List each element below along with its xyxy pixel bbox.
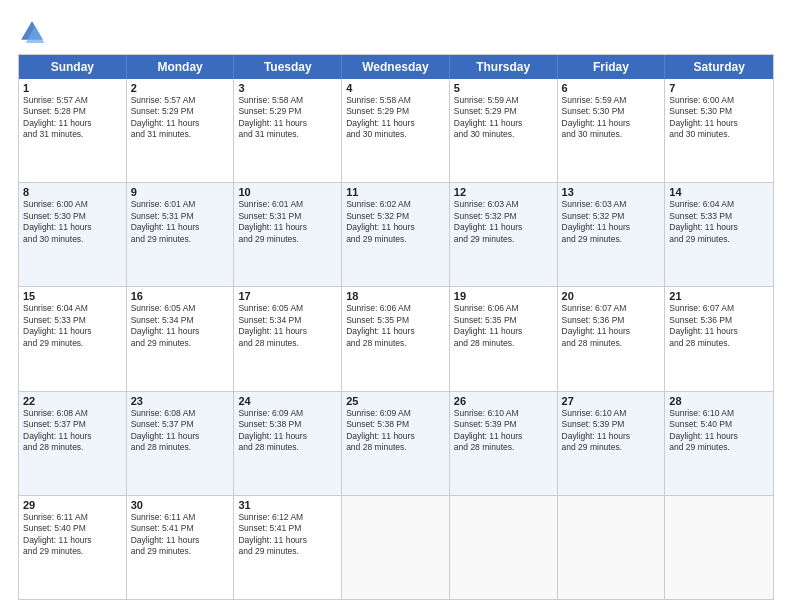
calendar-cell: 24Sunrise: 6:09 AM Sunset: 5:38 PM Dayli… xyxy=(234,392,342,495)
header-day-monday: Monday xyxy=(127,55,235,79)
day-info: Sunrise: 6:10 AM Sunset: 5:39 PM Dayligh… xyxy=(454,408,553,454)
calendar-cell: 12Sunrise: 6:03 AM Sunset: 5:32 PM Dayli… xyxy=(450,183,558,286)
calendar-cell: 3Sunrise: 5:58 AM Sunset: 5:29 PM Daylig… xyxy=(234,79,342,182)
day-number: 17 xyxy=(238,290,337,302)
day-number: 25 xyxy=(346,395,445,407)
day-number: 31 xyxy=(238,499,337,511)
day-number: 5 xyxy=(454,82,553,94)
day-number: 2 xyxy=(131,82,230,94)
day-number: 27 xyxy=(562,395,661,407)
day-number: 3 xyxy=(238,82,337,94)
calendar-cell: 10Sunrise: 6:01 AM Sunset: 5:31 PM Dayli… xyxy=(234,183,342,286)
day-number: 16 xyxy=(131,290,230,302)
calendar-cell: 2Sunrise: 5:57 AM Sunset: 5:29 PM Daylig… xyxy=(127,79,235,182)
logo xyxy=(18,18,50,46)
day-number: 29 xyxy=(23,499,122,511)
header-day-tuesday: Tuesday xyxy=(234,55,342,79)
day-info: Sunrise: 6:11 AM Sunset: 5:40 PM Dayligh… xyxy=(23,512,122,558)
header-day-sunday: Sunday xyxy=(19,55,127,79)
day-number: 11 xyxy=(346,186,445,198)
day-number: 28 xyxy=(669,395,769,407)
calendar-cell: 11Sunrise: 6:02 AM Sunset: 5:32 PM Dayli… xyxy=(342,183,450,286)
header xyxy=(18,18,774,46)
day-number: 23 xyxy=(131,395,230,407)
day-info: Sunrise: 6:00 AM Sunset: 5:30 PM Dayligh… xyxy=(669,95,769,141)
calendar-cell xyxy=(342,496,450,599)
calendar-cell: 21Sunrise: 6:07 AM Sunset: 5:36 PM Dayli… xyxy=(665,287,773,390)
day-info: Sunrise: 6:03 AM Sunset: 5:32 PM Dayligh… xyxy=(562,199,661,245)
day-info: Sunrise: 6:01 AM Sunset: 5:31 PM Dayligh… xyxy=(131,199,230,245)
day-number: 7 xyxy=(669,82,769,94)
calendar-cell: 26Sunrise: 6:10 AM Sunset: 5:39 PM Dayli… xyxy=(450,392,558,495)
calendar-cell: 31Sunrise: 6:12 AM Sunset: 5:41 PM Dayli… xyxy=(234,496,342,599)
calendar-cell xyxy=(450,496,558,599)
day-info: Sunrise: 6:04 AM Sunset: 5:33 PM Dayligh… xyxy=(669,199,769,245)
calendar-cell: 30Sunrise: 6:11 AM Sunset: 5:41 PM Dayli… xyxy=(127,496,235,599)
day-info: Sunrise: 6:05 AM Sunset: 5:34 PM Dayligh… xyxy=(238,303,337,349)
day-number: 10 xyxy=(238,186,337,198)
day-info: Sunrise: 5:57 AM Sunset: 5:28 PM Dayligh… xyxy=(23,95,122,141)
day-number: 1 xyxy=(23,82,122,94)
day-number: 19 xyxy=(454,290,553,302)
calendar-week-3: 15Sunrise: 6:04 AM Sunset: 5:33 PM Dayli… xyxy=(19,287,773,391)
day-info: Sunrise: 6:08 AM Sunset: 5:37 PM Dayligh… xyxy=(23,408,122,454)
logo-icon xyxy=(18,18,46,46)
calendar: SundayMondayTuesdayWednesdayThursdayFrid… xyxy=(18,54,774,600)
header-day-thursday: Thursday xyxy=(450,55,558,79)
day-info: Sunrise: 6:02 AM Sunset: 5:32 PM Dayligh… xyxy=(346,199,445,245)
day-number: 30 xyxy=(131,499,230,511)
header-day-friday: Friday xyxy=(558,55,666,79)
calendar-cell: 15Sunrise: 6:04 AM Sunset: 5:33 PM Dayli… xyxy=(19,287,127,390)
calendar-week-2: 8Sunrise: 6:00 AM Sunset: 5:30 PM Daylig… xyxy=(19,183,773,287)
day-info: Sunrise: 6:08 AM Sunset: 5:37 PM Dayligh… xyxy=(131,408,230,454)
day-number: 9 xyxy=(131,186,230,198)
day-info: Sunrise: 5:59 AM Sunset: 5:30 PM Dayligh… xyxy=(562,95,661,141)
calendar-cell: 6Sunrise: 5:59 AM Sunset: 5:30 PM Daylig… xyxy=(558,79,666,182)
day-number: 14 xyxy=(669,186,769,198)
day-number: 8 xyxy=(23,186,122,198)
calendar-cell: 16Sunrise: 6:05 AM Sunset: 5:34 PM Dayli… xyxy=(127,287,235,390)
day-number: 24 xyxy=(238,395,337,407)
day-info: Sunrise: 5:58 AM Sunset: 5:29 PM Dayligh… xyxy=(238,95,337,141)
calendar-cell: 29Sunrise: 6:11 AM Sunset: 5:40 PM Dayli… xyxy=(19,496,127,599)
day-info: Sunrise: 6:12 AM Sunset: 5:41 PM Dayligh… xyxy=(238,512,337,558)
calendar-cell: 8Sunrise: 6:00 AM Sunset: 5:30 PM Daylig… xyxy=(19,183,127,286)
day-number: 26 xyxy=(454,395,553,407)
page: SundayMondayTuesdayWednesdayThursdayFrid… xyxy=(0,0,792,612)
day-number: 18 xyxy=(346,290,445,302)
day-info: Sunrise: 6:09 AM Sunset: 5:38 PM Dayligh… xyxy=(238,408,337,454)
day-number: 20 xyxy=(562,290,661,302)
header-day-saturday: Saturday xyxy=(665,55,773,79)
day-number: 4 xyxy=(346,82,445,94)
calendar-cell: 1Sunrise: 5:57 AM Sunset: 5:28 PM Daylig… xyxy=(19,79,127,182)
calendar-cell: 9Sunrise: 6:01 AM Sunset: 5:31 PM Daylig… xyxy=(127,183,235,286)
day-info: Sunrise: 6:11 AM Sunset: 5:41 PM Dayligh… xyxy=(131,512,230,558)
calendar-cell: 20Sunrise: 6:07 AM Sunset: 5:36 PM Dayli… xyxy=(558,287,666,390)
day-number: 15 xyxy=(23,290,122,302)
day-info: Sunrise: 6:10 AM Sunset: 5:39 PM Dayligh… xyxy=(562,408,661,454)
calendar-cell: 7Sunrise: 6:00 AM Sunset: 5:30 PM Daylig… xyxy=(665,79,773,182)
day-info: Sunrise: 6:06 AM Sunset: 5:35 PM Dayligh… xyxy=(346,303,445,349)
day-info: Sunrise: 6:04 AM Sunset: 5:33 PM Dayligh… xyxy=(23,303,122,349)
day-info: Sunrise: 6:06 AM Sunset: 5:35 PM Dayligh… xyxy=(454,303,553,349)
day-number: 22 xyxy=(23,395,122,407)
day-info: Sunrise: 5:58 AM Sunset: 5:29 PM Dayligh… xyxy=(346,95,445,141)
calendar-week-4: 22Sunrise: 6:08 AM Sunset: 5:37 PM Dayli… xyxy=(19,392,773,496)
calendar-body: 1Sunrise: 5:57 AM Sunset: 5:28 PM Daylig… xyxy=(19,79,773,599)
calendar-cell: 18Sunrise: 6:06 AM Sunset: 5:35 PM Dayli… xyxy=(342,287,450,390)
day-info: Sunrise: 6:10 AM Sunset: 5:40 PM Dayligh… xyxy=(669,408,769,454)
calendar-cell: 22Sunrise: 6:08 AM Sunset: 5:37 PM Dayli… xyxy=(19,392,127,495)
day-info: Sunrise: 6:00 AM Sunset: 5:30 PM Dayligh… xyxy=(23,199,122,245)
day-info: Sunrise: 6:09 AM Sunset: 5:38 PM Dayligh… xyxy=(346,408,445,454)
day-info: Sunrise: 6:03 AM Sunset: 5:32 PM Dayligh… xyxy=(454,199,553,245)
day-info: Sunrise: 6:07 AM Sunset: 5:36 PM Dayligh… xyxy=(562,303,661,349)
calendar-cell: 4Sunrise: 5:58 AM Sunset: 5:29 PM Daylig… xyxy=(342,79,450,182)
calendar-cell: 17Sunrise: 6:05 AM Sunset: 5:34 PM Dayli… xyxy=(234,287,342,390)
day-number: 13 xyxy=(562,186,661,198)
day-info: Sunrise: 5:57 AM Sunset: 5:29 PM Dayligh… xyxy=(131,95,230,141)
calendar-cell: 19Sunrise: 6:06 AM Sunset: 5:35 PM Dayli… xyxy=(450,287,558,390)
day-info: Sunrise: 6:05 AM Sunset: 5:34 PM Dayligh… xyxy=(131,303,230,349)
calendar-cell: 14Sunrise: 6:04 AM Sunset: 5:33 PM Dayli… xyxy=(665,183,773,286)
day-info: Sunrise: 6:07 AM Sunset: 5:36 PM Dayligh… xyxy=(669,303,769,349)
calendar-cell xyxy=(665,496,773,599)
